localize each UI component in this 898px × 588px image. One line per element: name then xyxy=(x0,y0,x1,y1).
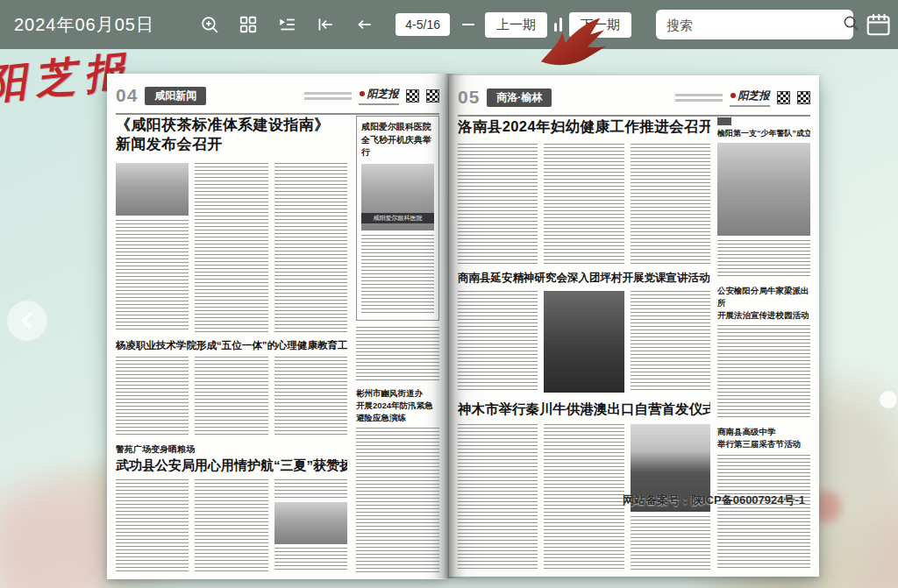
prev-page-icon[interactable] xyxy=(354,15,374,34)
text-column-placeholder xyxy=(274,357,347,436)
qr-code-icon xyxy=(797,91,810,104)
qr-code-icon xyxy=(426,89,439,103)
text-column-placeholder xyxy=(631,291,710,393)
article-headline[interactable]: 商南县高级中学 xyxy=(717,426,810,438)
search-icon[interactable] xyxy=(843,15,859,35)
eye-hospital-photo: 咸阳爱尔眼科医院 xyxy=(361,164,434,230)
first-page-icon[interactable] xyxy=(316,15,335,34)
icp-record-overlay: 网站备案号：陕ICP备06007924号-1 xyxy=(623,492,805,508)
logo-dot-icon xyxy=(731,93,736,98)
text-column-placeholder xyxy=(116,479,189,572)
text-column-placeholder xyxy=(356,428,439,572)
article-headline[interactable]: 公安榆阳分局牛家梁派出所 xyxy=(717,285,810,309)
logo-dot-icon xyxy=(360,91,365,96)
article-headline[interactable]: 神木市举行秦川牛供港澳出口自营首发仪式 xyxy=(458,400,710,419)
right-page-header: 05 商洛·榆林 阳芝报 xyxy=(458,84,810,117)
text-column-placeholder xyxy=(544,424,624,570)
text-column-placeholder xyxy=(717,240,810,279)
article-headline[interactable]: 开展法治宣传进校园活动 xyxy=(717,309,810,322)
article-headline[interactable]: 咸阳爱尔眼科医院 xyxy=(361,121,434,134)
article-headline[interactable]: 举行第三届采杏节活动 xyxy=(717,438,810,450)
text-column-placeholder xyxy=(544,144,624,265)
text-column-placeholder xyxy=(274,163,347,332)
text-column-placeholder xyxy=(458,144,538,265)
table-of-contents-icon[interactable] xyxy=(277,15,296,34)
article-body xyxy=(116,357,347,436)
toolbar: 2024年06月05日 4-5/16 上一期 下一期 xyxy=(0,0,898,49)
newspaper-logo: 阳芝报 xyxy=(359,87,399,105)
text-column-placeholder xyxy=(458,291,538,393)
last-page-icon[interactable] xyxy=(554,18,562,32)
text-column-placeholder xyxy=(631,144,710,265)
text-column-placeholder xyxy=(631,516,710,570)
article-body xyxy=(116,479,347,572)
logo-url-placeholder xyxy=(730,105,770,107)
search-input[interactable] xyxy=(665,17,843,33)
search-box xyxy=(656,10,853,39)
left-page-right-column: 咸阳爱尔眼科医院 全飞秒开机庆典举行 咸阳爱尔眼科医院 彬州市豳风街道办 开展2… xyxy=(356,116,439,572)
left-page-main-column: 《咸阳茯茶标准体系建设指南》 新闻发布会召开 杨凌职业技术学院形成“五位一体”的… xyxy=(116,116,347,572)
article-headline[interactable]: 新闻发布会召开 xyxy=(116,135,347,154)
qr-code-icon xyxy=(406,89,419,103)
street-photo xyxy=(274,502,347,544)
page-indicator[interactable]: 4-5/16 xyxy=(396,13,450,36)
issue-date: 2024年06月05日 xyxy=(14,13,154,37)
prev-spread-nav-button[interactable] xyxy=(7,301,47,341)
column-label-badge xyxy=(717,117,731,125)
group-photo xyxy=(544,291,624,393)
article-body xyxy=(458,291,710,393)
calendar-icon[interactable] xyxy=(865,11,891,38)
logo-url-placeholder xyxy=(359,103,399,105)
text-column-placeholder xyxy=(116,220,189,332)
article-headline[interactable]: 洛南县2024年妇幼健康工作推进会召开 xyxy=(458,117,710,137)
page-number: 04 xyxy=(116,85,138,106)
right-page: 05 商洛·榆林 阳芝报 洛南县2024年妇幼健康工作推进会召开 商南县延安精神… xyxy=(449,75,819,577)
article-headline[interactable]: 杨凌职业技术学院形成“五位一体”的心理健康教育工作格局 xyxy=(116,339,347,352)
left-page-header: 04 咸阳新闻 阳芝报 xyxy=(116,82,439,115)
section-label: 商洛·榆林 xyxy=(487,89,552,107)
text-column-placeholder xyxy=(717,455,810,570)
article-body xyxy=(116,163,347,332)
edition-info-placeholder xyxy=(675,94,723,102)
text-column-placeholder xyxy=(717,325,810,420)
logo-text: 阳芝报 xyxy=(367,87,399,102)
article-headline[interactable]: 武功县公安局用心用情护航“三夏”获赞扬 xyxy=(116,457,347,474)
thumbnail-grid-icon[interactable] xyxy=(239,15,258,34)
article-headline[interactable]: 彬州市豳风街道办 xyxy=(356,387,439,400)
text-column-placeholder xyxy=(274,479,347,499)
text-column-placeholder xyxy=(195,479,267,572)
zoom-in-icon[interactable] xyxy=(200,15,219,34)
article-column xyxy=(116,163,189,332)
article-headline[interactable]: 开展2024年防汛紧急避险应急演练 xyxy=(356,400,439,424)
text-column-placeholder xyxy=(116,357,189,436)
left-page: 04 咸阳新闻 阳芝报 《咸阳茯茶标准体系建设指南》 新闻发布会召开 杨凌职业技… xyxy=(107,74,448,579)
article-headline[interactable]: 《咸阳茯茶标准体系建设指南》 xyxy=(116,116,347,135)
section-label: 咸阳新闻 xyxy=(145,87,206,105)
photo-banner-text: 咸阳爱尔眼科医院 xyxy=(361,213,434,223)
text-column-placeholder xyxy=(356,327,439,381)
article-headline[interactable]: 榆阳第一支“少年警队”成立 xyxy=(717,128,810,139)
next-spread-nav-button[interactable] xyxy=(880,391,897,408)
edition-info-placeholder xyxy=(304,92,352,100)
text-column-placeholder xyxy=(195,357,267,436)
article-headline[interactable]: 全飞秒开机庆典举行 xyxy=(361,134,434,159)
police-salute-photo xyxy=(717,143,810,236)
article-headline[interactable]: 商南县延安精神研究会深入团坪村开展党课宣讲活动 xyxy=(458,271,710,286)
text-column-placeholder xyxy=(361,235,434,316)
text-column-placeholder xyxy=(195,163,267,332)
next-page-icon[interactable] xyxy=(462,24,474,25)
next-issue-button[interactable]: 下一期 xyxy=(569,12,631,38)
article-kicker[interactable]: 警苑广场变身晒粮场 xyxy=(116,443,347,456)
conference-photo xyxy=(116,163,189,216)
sidebar-article-box[interactable]: 咸阳爱尔眼科医院 全飞秒开机庆典举行 咸阳爱尔眼科医院 xyxy=(356,116,439,321)
prev-issue-button[interactable]: 上一期 xyxy=(485,12,547,38)
logo-text: 阳芝报 xyxy=(738,89,770,103)
newspaper-logo: 阳芝报 xyxy=(730,89,770,107)
text-column-placeholder xyxy=(458,424,538,570)
page-number: 05 xyxy=(458,87,480,108)
article-column xyxy=(274,479,347,572)
qr-code-icon xyxy=(777,91,790,104)
article-body xyxy=(458,144,710,265)
text-column-placeholder xyxy=(274,548,347,572)
